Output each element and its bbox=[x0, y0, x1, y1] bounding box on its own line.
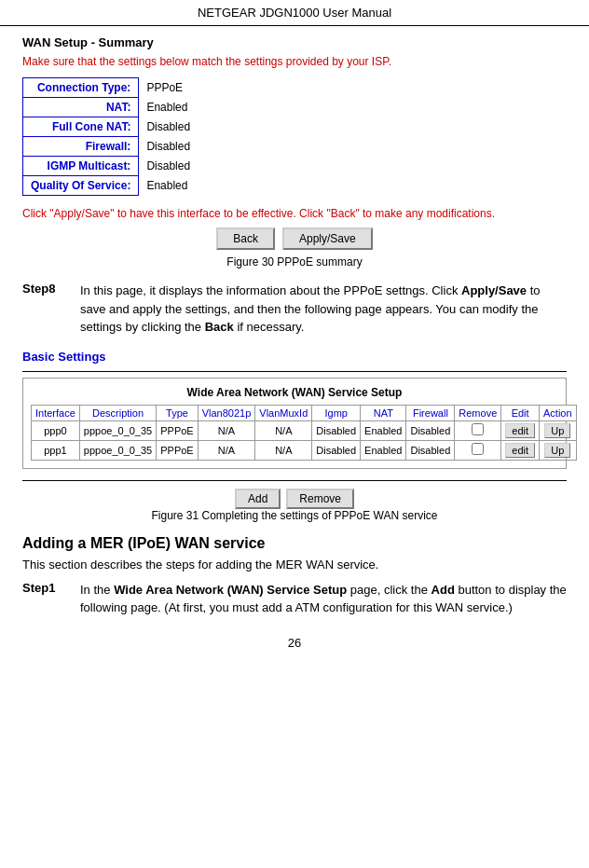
summary-label-cell: Firewall: bbox=[23, 137, 139, 157]
summary-buttons: Back Apply/Save bbox=[22, 227, 567, 250]
wan-cell: N/A bbox=[198, 420, 255, 440]
wan-summary-title: WAN Setup - Summary bbox=[22, 35, 567, 49]
wan-cell: Disabled bbox=[312, 420, 361, 440]
step8-text-part3: if necessary. bbox=[234, 320, 305, 334]
wan-remove-cell[interactable] bbox=[455, 420, 501, 440]
wan-cell: pppoe_0_0_35 bbox=[79, 440, 156, 460]
remove-checkbox[interactable] bbox=[472, 423, 484, 435]
step8-bold2: Back bbox=[205, 320, 234, 334]
step1-text-part2: page, click the bbox=[347, 583, 431, 597]
wan-cell: Enabled bbox=[361, 440, 406, 460]
summary-table-row: Quality Of Service:Enabled bbox=[23, 176, 200, 196]
wan-col-header: Vlan8021p bbox=[198, 405, 255, 420]
summary-table-row: Firewall:Disabled bbox=[23, 137, 200, 157]
wan-cell: Enabled bbox=[361, 420, 406, 440]
page-header: NETGEAR JDGN1000 User Manual bbox=[0, 0, 589, 26]
wan-col-header: Igmp bbox=[312, 405, 361, 420]
wan-remove-cell[interactable] bbox=[455, 440, 501, 460]
back-button[interactable]: Back bbox=[216, 227, 275, 250]
wan-cell: Disabled bbox=[312, 440, 361, 460]
summary-value-cell: PPPoE bbox=[139, 78, 200, 98]
summary-table: Connection Type:PPPoENAT:EnabledFull Con… bbox=[22, 77, 200, 196]
summary-label-cell: Connection Type: bbox=[23, 78, 139, 98]
basic-settings-label: Basic Settings bbox=[22, 350, 567, 364]
wan-edit-cell[interactable]: edit bbox=[501, 440, 540, 460]
wan-cell: Disabled bbox=[406, 420, 455, 440]
summary-value-cell: Enabled bbox=[139, 98, 200, 117]
figure31-caption: Figure 31 Completing the settings of PPP… bbox=[22, 509, 567, 522]
wan-col-header: Firewall bbox=[406, 405, 455, 420]
section-divider-2 bbox=[22, 480, 567, 481]
action-button[interactable]: Up bbox=[544, 423, 570, 438]
mer-intro: This section describes the steps for add… bbox=[22, 558, 567, 572]
wan-table-row: ppp1pppoe_0_0_35PPPoEN/AN/ADisabledEnabl… bbox=[32, 440, 577, 460]
wan-edit-cell[interactable]: edit bbox=[501, 420, 540, 440]
summary-label-cell: NAT: bbox=[23, 98, 139, 117]
add-button[interactable]: Add bbox=[235, 489, 281, 509]
remove-checkbox[interactable] bbox=[472, 443, 484, 455]
step8-text: In this page, it displays the informatio… bbox=[80, 282, 567, 337]
wan-cell: N/A bbox=[255, 440, 312, 460]
edit-button[interactable]: edit bbox=[505, 443, 535, 458]
wan-col-header: Edit bbox=[501, 405, 540, 420]
wan-cell: N/A bbox=[255, 420, 312, 440]
header-title: NETGEAR JDGN1000 User Manual bbox=[198, 6, 391, 20]
action-button[interactable]: Up bbox=[544, 443, 570, 458]
step1-label: Step1 bbox=[22, 581, 71, 617]
summary-table-row: Connection Type:PPPoE bbox=[23, 78, 200, 98]
edit-button[interactable]: edit bbox=[505, 423, 535, 438]
wan-service-section: Wide Area Network (WAN) Service Setup In… bbox=[22, 378, 567, 469]
wan-service-table: InterfaceDescriptionTypeVlan8021pVlanMux… bbox=[31, 405, 577, 461]
wan-cell: ppp0 bbox=[32, 420, 80, 440]
wan-cell: PPPoE bbox=[157, 440, 198, 460]
page-content: WAN Setup - Summary Make sure that the s… bbox=[0, 26, 589, 668]
wan-action-cell[interactable]: Up bbox=[540, 420, 577, 440]
summary-value-cell: Disabled bbox=[139, 137, 200, 157]
step8-row: Step8 In this page, it displays the info… bbox=[22, 282, 567, 337]
summary-value-cell: Enabled bbox=[139, 176, 200, 196]
wan-action-cell[interactable]: Up bbox=[540, 440, 577, 460]
apply-save-button[interactable]: Apply/Save bbox=[282, 227, 373, 250]
summary-label-cell: Quality Of Service: bbox=[23, 176, 139, 196]
summary-table-row: IGMP Multicast:Disabled bbox=[23, 157, 200, 176]
wan-cell: PPPoE bbox=[157, 420, 198, 440]
wan-cell: ppp1 bbox=[32, 440, 80, 460]
summary-table-row: Full Cone NAT:Disabled bbox=[23, 117, 200, 137]
section-divider-1 bbox=[22, 371, 567, 372]
wan-cell: pppoe_0_0_35 bbox=[79, 420, 156, 440]
step8-text-part1: In this page, it displays the informatio… bbox=[80, 283, 461, 297]
page-number: 26 bbox=[22, 636, 567, 650]
summary-value-cell: Disabled bbox=[139, 117, 200, 137]
step1-text-part1: In the bbox=[80, 583, 114, 597]
wan-col-header: NAT bbox=[361, 405, 406, 420]
wan-col-header: Interface bbox=[32, 405, 80, 420]
summary-label-cell: Full Cone NAT: bbox=[23, 117, 139, 137]
mer-title: Adding a MER (IPoE) WAN service bbox=[22, 535, 567, 552]
step8-bold1: Apply/Save bbox=[461, 283, 527, 297]
wan-table-row: ppp0pppoe_0_0_35PPPoEN/AN/ADisabledEnabl… bbox=[32, 420, 577, 440]
wan-service-title: Wide Area Network (WAN) Service Setup bbox=[31, 386, 558, 399]
wan-col-header: Type bbox=[157, 405, 198, 420]
step1-text: In the Wide Area Network (WAN) Service S… bbox=[80, 581, 567, 617]
summary-label-cell: IGMP Multicast: bbox=[23, 157, 139, 176]
add-remove-row: Add Remove bbox=[22, 489, 567, 509]
summary-table-row: NAT:Enabled bbox=[23, 98, 200, 117]
step1-bold1: Wide Area Network (WAN) Service Setup bbox=[114, 583, 347, 597]
remove-button[interactable]: Remove bbox=[286, 489, 354, 509]
wan-cell: N/A bbox=[198, 440, 255, 460]
figure30-caption: Figure 30 PPPoE summary bbox=[22, 255, 567, 269]
step1-row: Step1 In the Wide Area Network (WAN) Ser… bbox=[22, 581, 567, 617]
wan-col-header: Description bbox=[79, 405, 156, 420]
isp-notice: Make sure that the settings below match … bbox=[22, 55, 567, 68]
step1-bold2: Add bbox=[431, 583, 455, 597]
wan-col-header: Remove bbox=[455, 405, 501, 420]
step8-label: Step8 bbox=[22, 282, 71, 337]
wan-col-header: Action bbox=[540, 405, 577, 420]
apply-notice: Click "Apply/Save" to have this interfac… bbox=[22, 207, 567, 220]
summary-value-cell: Disabled bbox=[139, 157, 200, 176]
wan-col-header: VlanMuxId bbox=[255, 405, 312, 420]
wan-cell: Disabled bbox=[406, 440, 455, 460]
